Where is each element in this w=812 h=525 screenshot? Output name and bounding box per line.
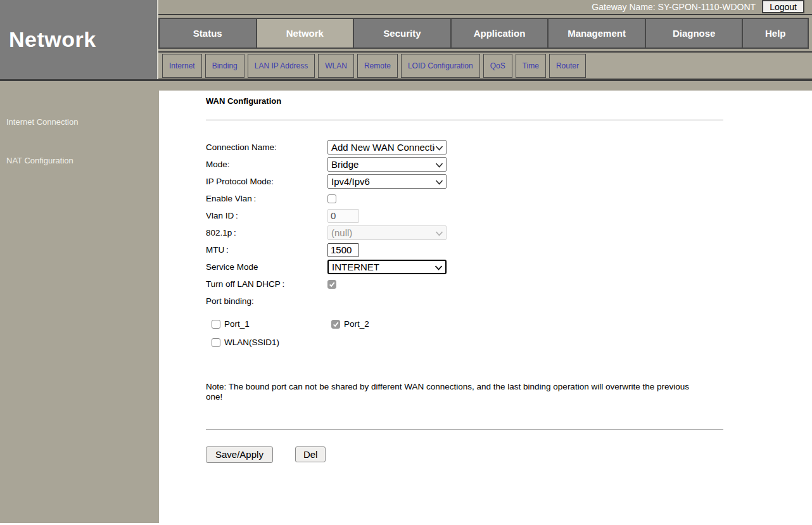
chevron-down-icon [435, 227, 443, 239]
logout-button[interactable]: Logout [762, 0, 804, 13]
turn-off-lan-dhcp-label: Turn off LAN DHCP : [206, 279, 327, 289]
vlan-id-label: Vlan ID : [206, 211, 327, 220]
port-2-label: Port_2 [344, 319, 369, 329]
tab-help[interactable]: Help [743, 19, 808, 48]
port-1-label: Port_1 [224, 319, 250, 329]
mtu-label: MTU : [206, 245, 327, 255]
ports-row-1: Port_1 Port_2 [212, 315, 723, 333]
row-vlan-id: Vlan ID : [206, 207, 723, 224]
mode-select[interactable]: Bridge [327, 157, 447, 172]
service-mode-label: Service Mode [206, 262, 327, 272]
ports-row-2: WLAN(SSID1) [212, 333, 723, 351]
row-8021p: 802.1p : (null) [206, 224, 723, 241]
tab-management[interactable]: Management [549, 19, 646, 48]
main-nav: Status Network Security Application Mana… [158, 18, 809, 49]
del-button[interactable]: Del [295, 446, 326, 462]
connection-name-select[interactable]: Add New WAN Connection [327, 140, 447, 155]
port-1-option: Port_1 [212, 319, 331, 329]
ip-protocol-mode-label: IP Protocol Mode: [206, 177, 327, 186]
header: Network Gateway Name: SY-GPON-1110-WDONT… [0, 0, 812, 81]
8021p-label: 802.1p : [206, 228, 327, 237]
ip-protocol-mode-select[interactable]: Ipv4/Ipv6 [327, 174, 447, 189]
section-title-box: Network [0, 0, 158, 79]
subtab-binding[interactable]: Binding [205, 54, 244, 78]
turn-off-lan-dhcp-checkbox [327, 280, 336, 289]
service-mode-select[interactable]: INTERNET [327, 260, 447, 274]
port-2-option: Port_2 [331, 319, 451, 329]
subtab-internet[interactable]: Internet [162, 54, 202, 78]
subtab-loid-configuration[interactable]: LOID Configuration [401, 54, 480, 78]
save-apply-button[interactable]: Save/Apply [206, 446, 273, 463]
row-turn-off-lan-dhcp: Turn off LAN DHCP : [206, 275, 723, 293]
tab-network[interactable]: Network [257, 19, 355, 48]
enable-vlan-checkbox[interactable] [327, 194, 336, 203]
row-port-binding: Port binding: [206, 293, 723, 310]
wlan-ssid1-checkbox[interactable] [212, 338, 220, 347]
tab-diagnose[interactable]: Diagnose [646, 19, 744, 48]
subtab-lan-ip-address[interactable]: LAN IP Address [248, 54, 315, 78]
sidebar-item-internet-connection[interactable]: Internet Connection [6, 117, 159, 127]
header-right: Gateway Name: SY-GPON-1110-WDONT Logout … [158, 0, 812, 79]
row-connection-name: Connection Name: Add New WAN Connection [206, 139, 723, 156]
main-panel: WAN Configuration Connection Name: Add N… [159, 81, 812, 523]
mtu-input[interactable] [327, 243, 359, 257]
wan-form: Connection Name: Add New WAN Connection … [206, 139, 723, 463]
row-enable-vlan: Enable Vlan : [206, 190, 723, 207]
mode-label: Mode: [206, 160, 327, 169]
subtab-time[interactable]: Time [516, 54, 546, 78]
8021p-select: (null) [327, 225, 447, 240]
subtab-qos[interactable]: QoS [483, 54, 512, 78]
sub-nav: Internet Binding LAN IP Address WLAN Rem… [158, 51, 812, 79]
note-text: Note: The bound port can not be shared b… [206, 382, 706, 403]
row-service-mode: Service Mode INTERNET [206, 258, 723, 275]
wlan-ssid1-label: WLAN(SSID1) [224, 338, 279, 347]
enable-vlan-label: Enable Vlan : [206, 194, 327, 203]
chevron-down-icon [435, 142, 443, 153]
port-2-checkbox [331, 320, 340, 329]
body: Internet Connection NAT Configuration WA… [0, 81, 812, 523]
sidebar: Internet Connection NAT Configuration [0, 81, 159, 523]
vlan-id-input [327, 209, 359, 223]
port-binding-label: Port binding: [206, 296, 327, 306]
divider-bottom [206, 429, 723, 430]
divider-top [206, 120, 723, 120]
connection-name-label: Connection Name: [206, 142, 327, 152]
button-row: Save/Apply Del [206, 446, 723, 463]
port-1-checkbox[interactable] [212, 320, 220, 329]
tab-security[interactable]: Security [354, 19, 452, 48]
row-ip-protocol-mode: IP Protocol Mode: Ipv4/Ipv6 [206, 173, 723, 190]
chevron-down-icon [435, 262, 443, 273]
section-title: Network [9, 27, 96, 52]
chevron-down-icon [435, 159, 443, 170]
gateway-name-label: Gateway Name: SY-GPON-1110-WDONT [592, 2, 756, 12]
tab-application[interactable]: Application [452, 19, 549, 48]
port-binding-options: Port_1 Port_2 WLAN(SSID1) [212, 315, 723, 351]
content: WAN Configuration Connection Name: Add N… [206, 91, 723, 463]
sidebar-item-nat-configuration[interactable]: NAT Configuration [6, 156, 159, 165]
subtab-router[interactable]: Router [549, 54, 586, 78]
topbar: Gateway Name: SY-GPON-1110-WDONT Logout [158, 0, 812, 15]
page-title: WAN Configuration [206, 96, 723, 106]
tab-status[interactable]: Status [160, 19, 257, 48]
chevron-down-icon [435, 176, 443, 187]
subtab-remote[interactable]: Remote [357, 54, 398, 78]
row-mode: Mode: Bridge [206, 156, 723, 173]
wlan-ssid1-option: WLAN(SSID1) [212, 338, 331, 347]
row-mtu: MTU : [206, 241, 723, 258]
subtab-wlan[interactable]: WLAN [318, 54, 354, 78]
